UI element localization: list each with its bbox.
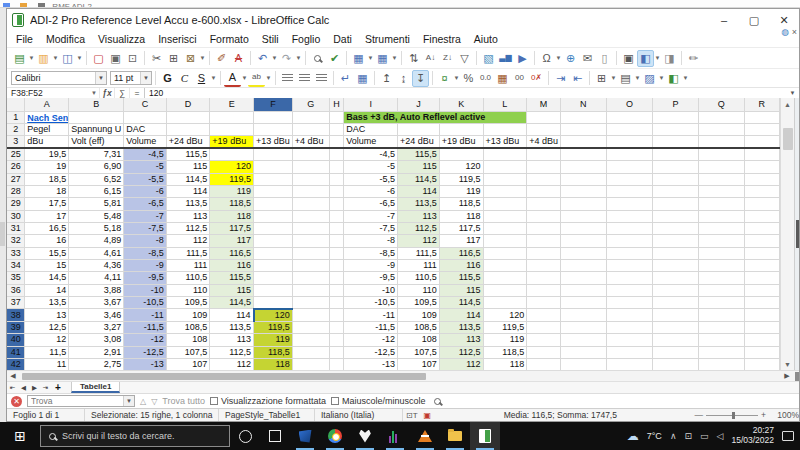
menu-item-stili[interactable]: Stili — [262, 33, 279, 45]
scroll-left-icon[interactable]: ◀ — [7, 372, 19, 380]
cell-A36[interactable]: 14 — [25, 284, 69, 296]
cell-O37[interactable] — [606, 296, 653, 308]
cell-R33[interactable] — [744, 247, 779, 259]
zoom-in-icon[interactable]: + — [761, 410, 766, 420]
cell-M38[interactable] — [527, 309, 561, 322]
cell-F2[interactable] — [254, 123, 293, 135]
currency-format-icon[interactable]: ¤ — [436, 70, 453, 87]
cell-K39[interactable]: 113,5 — [439, 321, 483, 333]
cell-G42[interactable] — [292, 358, 329, 370]
cell-K26[interactable]: 120 — [439, 161, 483, 173]
cell-J39[interactable]: 108,5 — [398, 321, 440, 333]
cell-F38[interactable]: 120 — [254, 309, 293, 322]
insert-row-icon-dropdown[interactable]: ▼ — [367, 55, 374, 61]
row-header-33[interactable]: 33 — [7, 247, 25, 259]
cell-I34[interactable]: -9 — [344, 259, 398, 271]
cell-B32[interactable]: 4,89 — [69, 235, 124, 247]
cell-K42[interactable]: 112 — [439, 358, 483, 370]
cell-R1[interactable] — [744, 111, 779, 123]
save-icon-dropdown[interactable]: ▼ — [76, 55, 83, 61]
cell-G28[interactable] — [292, 185, 329, 197]
cell-L28[interactable] — [483, 185, 527, 197]
cell-J2[interactable] — [398, 123, 440, 135]
cell-O35[interactable] — [606, 272, 653, 284]
close-find-bar-icon[interactable]: ✕ — [11, 396, 22, 407]
cell-G35[interactable] — [292, 272, 329, 284]
cell-D32[interactable]: 112 — [166, 235, 210, 247]
cell-N2[interactable] — [560, 123, 606, 135]
cell-I31[interactable]: -7,5 — [344, 222, 398, 234]
cell-M31[interactable] — [527, 222, 561, 234]
scroll-up-icon[interactable]: ▲ — [781, 98, 794, 110]
cell-P36[interactable] — [653, 284, 699, 296]
cell-L29[interactable] — [483, 198, 527, 210]
cell-J3[interactable]: +24 dBu — [398, 136, 440, 149]
cell-H40[interactable] — [329, 334, 344, 346]
cell-I40[interactable]: -12 — [344, 334, 398, 346]
font-size-combo[interactable]: 11 pt▼ — [110, 71, 152, 85]
cell-C38[interactable]: -11 — [124, 309, 166, 322]
menu-item-finestra[interactable]: Finestra — [423, 33, 461, 45]
cell-M36[interactable] — [527, 284, 561, 296]
column-header-O[interactable]: O — [606, 98, 653, 111]
cell-C40[interactable]: -12 — [124, 334, 166, 346]
copy-icon[interactable]: ⊞ — [165, 50, 182, 67]
cell-E40[interactable]: 113 — [210, 334, 254, 346]
cell-O25[interactable] — [606, 148, 653, 161]
cell-J28[interactable]: 114 — [398, 185, 440, 197]
cell-M32[interactable] — [527, 235, 561, 247]
cell-P3[interactable] — [653, 136, 699, 149]
cell-N25[interactable] — [560, 148, 606, 161]
first-sheet-icon[interactable]: ⇤ — [7, 384, 18, 392]
cell-K35[interactable]: 115,5 — [439, 272, 483, 284]
save-icon[interactable]: ◫ — [59, 50, 76, 67]
cell-H25[interactable] — [329, 148, 344, 161]
cell-M28[interactable] — [527, 185, 561, 197]
cell-A2[interactable]: Pegel — [25, 123, 69, 135]
cell-N32[interactable] — [560, 235, 606, 247]
cell-M41[interactable] — [527, 346, 561, 358]
cell-A29[interactable]: 17,5 — [25, 198, 69, 210]
cell-H32[interactable] — [329, 235, 344, 247]
cell-E33[interactable]: 116,5 — [210, 247, 254, 259]
taskbar-search[interactable]: Scrivi qui il testo da cercare. — [40, 425, 230, 447]
sort-ascending-icon[interactable]: A↓ — [422, 50, 439, 67]
background-color-icon-dropdown[interactable]: ▼ — [658, 75, 665, 81]
taskbar-app-chrome[interactable] — [320, 422, 350, 450]
column-header-K[interactable]: K — [439, 98, 483, 111]
cell-Q38[interactable] — [698, 309, 744, 322]
cell-G30[interactable] — [292, 210, 329, 222]
split-window-icon[interactable]: ◨ — [661, 50, 678, 67]
cell-E34[interactable]: 116 — [210, 259, 254, 271]
cell-N37[interactable] — [560, 296, 606, 308]
cell-J37[interactable]: 109,5 — [398, 296, 440, 308]
special-character-icon-dropdown[interactable]: ▼ — [555, 55, 562, 61]
formula-input[interactable]: 120 — [144, 88, 786, 98]
column-header-Q[interactable]: Q — [698, 98, 744, 111]
cell-D25[interactable]: 115,5 — [166, 148, 210, 161]
spelling-icon[interactable]: ✔ — [326, 50, 343, 67]
cell-G37[interactable] — [292, 296, 329, 308]
menu-item-inserisci[interactable]: Inserisci — [158, 33, 197, 45]
cell-R32[interactable] — [744, 235, 779, 247]
align-right-icon[interactable] — [313, 70, 330, 87]
cell-K27[interactable]: 119,5 — [439, 173, 483, 185]
cell-Q37[interactable] — [698, 296, 744, 308]
cell-M35[interactable] — [527, 272, 561, 284]
underline-icon[interactable]: S — [193, 70, 210, 87]
cell-J30[interactable]: 113 — [398, 210, 440, 222]
cell-N30[interactable] — [560, 210, 606, 222]
cell-A27[interactable]: 18,5 — [25, 173, 69, 185]
cell-H26[interactable] — [329, 161, 344, 173]
cell-R2[interactable] — [744, 123, 779, 135]
cell-B37[interactable]: 3,67 — [69, 296, 124, 308]
cell-J35[interactable]: 110,5 — [398, 272, 440, 284]
cell-B33[interactable]: 4,61 — [69, 247, 124, 259]
row-header-3[interactable]: 3 — [7, 136, 25, 149]
cell-J27[interactable]: 114,5 — [398, 173, 440, 185]
cell-H2[interactable] — [329, 123, 344, 135]
cell-R27[interactable] — [744, 173, 779, 185]
open-icon[interactable]: ▥ — [35, 50, 52, 67]
cell-H38[interactable] — [329, 309, 344, 322]
insert-row-icon[interactable]: ▦ — [350, 50, 367, 67]
